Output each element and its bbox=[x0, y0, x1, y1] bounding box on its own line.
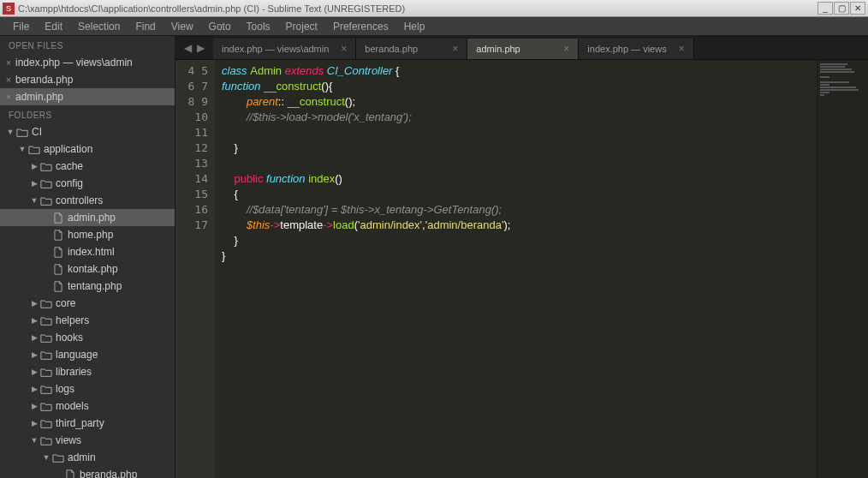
tree-label: language bbox=[56, 349, 98, 361]
sidebar[interactable]: OPEN FILES ×index.php — views\admin×bera… bbox=[0, 36, 175, 478]
tree-label: beranda.php bbox=[80, 469, 137, 478]
editor-tab[interactable]: admin.php× bbox=[467, 39, 579, 59]
expand-arrow-icon[interactable]: ▶ bbox=[29, 179, 39, 188]
folder-item[interactable]: ▼views bbox=[0, 432, 175, 449]
folder-item[interactable]: ▶third_party bbox=[0, 415, 175, 432]
menu-view[interactable]: View bbox=[163, 18, 201, 35]
tab-close-icon[interactable]: × bbox=[440, 43, 458, 55]
folder-item[interactable]: ▶helpers bbox=[0, 312, 175, 329]
code-editor[interactable]: class Admin extends CI_Controller { func… bbox=[215, 60, 817, 478]
expand-arrow-icon[interactable]: ▶ bbox=[29, 385, 39, 393]
folder-item[interactable]: ▶libraries bbox=[0, 363, 175, 380]
openfile-item[interactable]: ×admin.php bbox=[0, 88, 175, 105]
menu-tools[interactable]: Tools bbox=[239, 18, 278, 35]
folder-icon bbox=[15, 127, 28, 138]
close-icon[interactable]: × bbox=[3, 57, 14, 68]
file-item[interactable]: kontak.php bbox=[0, 260, 175, 278]
folder-item[interactable]: ▶logs bbox=[0, 380, 175, 397]
tab-close-icon[interactable]: × bbox=[667, 43, 685, 55]
folder-item[interactable]: ▼controllers bbox=[0, 192, 175, 209]
folder-item[interactable]: ▼CI bbox=[0, 123, 175, 140]
folder-item[interactable]: ▶cache bbox=[0, 158, 175, 175]
minimap-line bbox=[820, 69, 852, 70]
tree-label: views bbox=[56, 434, 81, 446]
expand-arrow-icon[interactable]: ▶ bbox=[29, 333, 39, 342]
folder-item[interactable]: ▶core bbox=[0, 295, 175, 312]
tab-label: index.php — views\admin bbox=[222, 44, 329, 54]
expand-arrow-icon[interactable]: ▼ bbox=[5, 128, 15, 136]
menu-find[interactable]: Find bbox=[128, 18, 163, 35]
tab-close-icon[interactable]: × bbox=[329, 43, 347, 55]
file-icon bbox=[51, 264, 64, 275]
minimap-line bbox=[820, 76, 829, 78]
expand-arrow-icon[interactable]: ▼ bbox=[17, 145, 27, 153]
minimize-button[interactable]: _ bbox=[817, 2, 833, 15]
menu-edit[interactable]: Edit bbox=[37, 18, 70, 35]
close-button[interactable]: ✕ bbox=[850, 2, 865, 15]
expand-arrow-icon[interactable]: ▼ bbox=[41, 453, 51, 462]
folder-item[interactable]: ▶language bbox=[0, 346, 175, 363]
file-icon bbox=[51, 281, 64, 292]
menu-selection[interactable]: Selection bbox=[70, 18, 128, 35]
minimap-line bbox=[820, 94, 824, 96]
tab-label: admin.php bbox=[476, 44, 520, 54]
expand-arrow-icon[interactable]: ▼ bbox=[29, 196, 39, 205]
folder-icon bbox=[39, 435, 52, 446]
menu-file[interactable]: File bbox=[5, 18, 37, 35]
tab-nav-left-icon[interactable]: ◀ bbox=[184, 42, 192, 54]
folder-item[interactable]: ▶models bbox=[0, 397, 175, 415]
file-item[interactable]: beranda.php bbox=[0, 466, 175, 478]
openfile-item[interactable]: ×beranda.php bbox=[0, 71, 175, 88]
tab-nav-right-icon[interactable]: ▶ bbox=[197, 42, 205, 54]
expand-arrow-icon[interactable]: ▶ bbox=[29, 402, 39, 410]
close-icon[interactable]: × bbox=[3, 92, 14, 102]
tree-label: libraries bbox=[56, 366, 92, 378]
file-item[interactable]: tentang.php bbox=[0, 278, 175, 295]
editor-tab[interactable]: index.php — views× bbox=[579, 39, 693, 59]
folder-icon bbox=[39, 367, 52, 378]
folder-item[interactable]: ▼admin bbox=[0, 449, 175, 466]
tab-close-icon[interactable]: × bbox=[551, 43, 569, 55]
folder-icon bbox=[39, 401, 52, 412]
app-icon: S bbox=[3, 3, 15, 15]
openfile-item[interactable]: ×index.php — views\admin bbox=[0, 54, 175, 71]
file-item[interactable]: home.php bbox=[0, 226, 175, 243]
expand-arrow-icon[interactable]: ▶ bbox=[29, 299, 39, 308]
openfiles-header: OPEN FILES bbox=[0, 36, 175, 54]
folder-item[interactable]: ▼application bbox=[0, 140, 175, 158]
expand-arrow-icon[interactable]: ▶ bbox=[29, 350, 39, 359]
expand-arrow-icon[interactable]: ▶ bbox=[29, 162, 39, 170]
openfile-label: admin.php bbox=[15, 91, 63, 103]
window-title: C:\xampp\htdocs\CI\application\controlle… bbox=[18, 3, 405, 14]
folder-item[interactable]: ▶hooks bbox=[0, 329, 175, 346]
editor-tab[interactable]: beranda.php× bbox=[356, 39, 467, 59]
menu-preferences[interactable]: Preferences bbox=[325, 18, 396, 35]
editor-tab[interactable]: index.php — views\admin× bbox=[213, 39, 356, 59]
tree-label: helpers bbox=[56, 314, 89, 326]
minimap-line bbox=[820, 66, 845, 68]
tree-label: config bbox=[56, 177, 83, 189]
close-icon[interactable]: × bbox=[3, 75, 14, 85]
tree-label: third_party bbox=[56, 417, 104, 429]
file-item[interactable]: index.html bbox=[0, 243, 175, 260]
folder-item[interactable]: ▶config bbox=[0, 175, 175, 192]
folder-icon bbox=[39, 298, 52, 309]
expand-arrow-icon[interactable]: ▶ bbox=[29, 367, 39, 376]
tab-nav-arrows: ◀ ▶ bbox=[179, 42, 213, 59]
file-item[interactable]: admin.php bbox=[0, 209, 175, 226]
menu-help[interactable]: Help bbox=[396, 18, 433, 35]
maximize-button[interactable]: ▢ bbox=[834, 2, 849, 15]
line-gutter: 4 5 6 7 8 9 10 11 12 13 14 15 16 17 bbox=[175, 60, 215, 478]
tree-label: kontak.php bbox=[68, 263, 118, 275]
minimap[interactable] bbox=[817, 60, 868, 478]
tree-label: index.html bbox=[68, 246, 115, 258]
tree-label: hooks bbox=[56, 332, 83, 344]
expand-arrow-icon[interactable]: ▶ bbox=[29, 316, 39, 325]
menu-goto[interactable]: Goto bbox=[201, 18, 239, 35]
menu-project[interactable]: Project bbox=[278, 18, 325, 35]
expand-arrow-icon[interactable]: ▼ bbox=[29, 436, 39, 445]
minimap-line bbox=[820, 81, 849, 83]
expand-arrow-icon[interactable]: ▶ bbox=[29, 419, 39, 427]
file-icon bbox=[51, 212, 64, 224]
window-buttons: _ ▢ ✕ bbox=[817, 2, 865, 15]
